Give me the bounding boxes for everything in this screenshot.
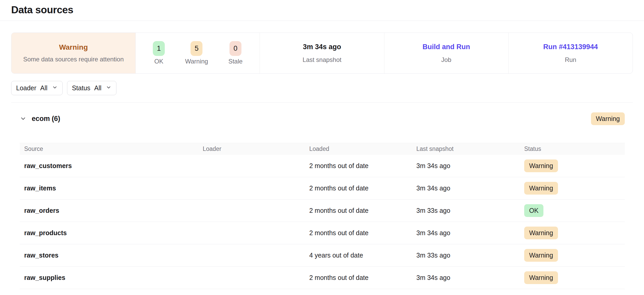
status-filter-dropdown[interactable]: Status All (67, 81, 117, 95)
status-badge: Warning (524, 227, 558, 239)
table-row[interactable]: raw_items 2 months out of date 3m 34s ag… (20, 177, 625, 200)
page-header: Data sources (0, 0, 644, 21)
summary-last-snapshot-card: 3m 34s ago Last snapshot (260, 33, 384, 73)
cell-loaded: 2 months out of date (309, 274, 416, 281)
cell-last-snapshot: 3m 34s ago (416, 162, 524, 170)
page-title: Data sources (11, 4, 644, 16)
count-ok-value: 1 (153, 41, 165, 56)
column-header-loader: Loader (203, 145, 309, 152)
cell-source: raw_orders (24, 207, 203, 214)
chevron-down-icon (52, 84, 58, 92)
summary-run-card: Run #413139944 Run (508, 33, 633, 73)
count-ok: 1 OK (153, 41, 165, 65)
job-label: Job (441, 56, 451, 63)
table-row[interactable]: raw_orders 2 months out of date 3m 33s a… (20, 200, 625, 222)
status-badge: Warning (524, 182, 558, 195)
table-header-row: Source Loader Loaded Last snapshot Statu… (20, 143, 625, 155)
job-link[interactable]: Build and Run (423, 43, 470, 51)
cell-loaded: 2 months out of date (309, 162, 416, 170)
table-row[interactable]: raw_stores 4 years out of date 3m 33s ag… (20, 244, 625, 267)
cell-source: raw_supplies (24, 274, 203, 281)
filters-row: Loader All Status All (11, 81, 633, 102)
status-badge: Warning (524, 249, 558, 262)
cell-loaded: 2 months out of date (309, 184, 416, 192)
cell-last-snapshot: 3m 34s ago (416, 229, 524, 237)
summary-job-card: Build and Run Job (384, 33, 508, 73)
status-badge: OK (524, 204, 543, 217)
summary-status-subtitle: Some data sources require attention (23, 56, 124, 63)
count-warning-label: Warning (185, 58, 208, 65)
count-warning: 5 Warning (185, 41, 208, 65)
loader-filter-label: Loader (16, 84, 36, 92)
cell-source: raw_customers (24, 162, 203, 170)
column-header-loaded: Loaded (309, 145, 416, 152)
table-row[interactable]: raw_customers 2 months out of date 3m 34… (20, 155, 625, 177)
group-name: ecom (6) (32, 115, 60, 123)
summary-status-card: Warning Some data sources require attent… (11, 33, 135, 73)
group-status-badge: Warning (591, 112, 625, 125)
status-badge: Warning (524, 159, 558, 172)
chevron-down-icon (106, 84, 111, 92)
loader-filter-value: All (40, 84, 48, 92)
cell-source: raw_items (24, 184, 203, 192)
data-sources-table: Source Loader Loaded Last snapshot Statu… (20, 143, 625, 289)
count-stale-label: Stale (228, 58, 243, 65)
table-row[interactable]: raw_products 2 months out of date 3m 34s… (20, 222, 625, 244)
last-snapshot-value: 3m 34s ago (303, 43, 341, 51)
chevron-down-icon[interactable] (20, 115, 27, 122)
cell-last-snapshot: 3m 33s ago (416, 252, 524, 259)
cell-loaded: 4 years out of date (309, 252, 416, 259)
count-stale-value: 0 (229, 41, 241, 56)
status-badge: Warning (524, 271, 558, 284)
cell-loaded: 2 months out of date (309, 207, 416, 214)
cell-source: raw_products (24, 229, 203, 237)
loader-filter-dropdown[interactable]: Loader All (11, 81, 63, 95)
group-header[interactable]: ecom (6) Warning (20, 112, 625, 126)
cell-loaded: 2 months out of date (309, 229, 416, 237)
run-label: Run (565, 56, 576, 63)
table-row[interactable]: raw_supplies 2 months out of date 3m 34s… (20, 267, 625, 289)
status-filter-value: All (94, 84, 102, 92)
cell-source: raw_stores (24, 252, 203, 259)
last-snapshot-label: Last snapshot (303, 56, 341, 63)
status-filter-label: Status (72, 84, 90, 92)
column-header-status: Status (524, 145, 625, 152)
count-stale: 0 Stale (228, 41, 243, 65)
cell-last-snapshot: 3m 33s ago (416, 207, 524, 214)
summary-status-title: Warning (59, 43, 88, 52)
cell-last-snapshot: 3m 34s ago (416, 184, 524, 192)
group-section-ecom: ecom (6) Warning Source Loader Loaded La… (20, 112, 625, 289)
count-ok-label: OK (154, 58, 163, 65)
cell-last-snapshot: 3m 34s ago (416, 274, 524, 281)
column-header-last-snapshot: Last snapshot (416, 145, 524, 152)
summary-bar: Warning Some data sources require attent… (11, 33, 633, 74)
run-link[interactable]: Run #413139944 (543, 43, 598, 51)
column-header-source: Source (24, 145, 203, 152)
count-warning-value: 5 (190, 41, 202, 56)
summary-counts-card: 1 OK 5 Warning 0 Stale (135, 33, 260, 73)
